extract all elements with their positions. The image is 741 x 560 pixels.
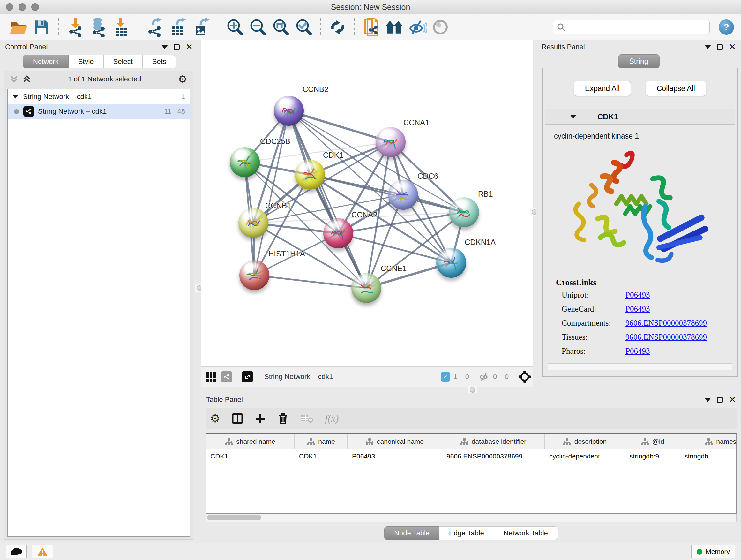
network-node-cdc25b[interactable] bbox=[230, 147, 260, 177]
network-node-rb1[interactable] bbox=[449, 197, 479, 227]
import-table-from-file-button[interactable] bbox=[112, 17, 131, 37]
table-options-gear-icon[interactable]: ⚙ bbox=[210, 413, 220, 424]
float-panel-icon[interactable] bbox=[717, 44, 723, 50]
panel-menu-icon[interactable] bbox=[161, 45, 168, 49]
search-input[interactable] bbox=[568, 23, 705, 31]
tab-string[interactable]: String bbox=[618, 54, 659, 68]
crosslink-link[interactable]: 9606.ENSP00000378699 bbox=[625, 333, 707, 341]
network-canvas[interactable]: CCNB2 CCNA1 CDC25B CDK1 CDC6 RB1 CCNB1 bbox=[201, 40, 536, 366]
tab-network[interactable]: Network bbox=[23, 55, 69, 68]
network-options-gear-icon[interactable]: ⚙ bbox=[178, 74, 187, 84]
network-node-ccnb1[interactable] bbox=[239, 208, 268, 238]
add-column-icon[interactable] bbox=[255, 413, 266, 424]
toolbar-separator bbox=[354, 18, 355, 37]
float-panel-icon[interactable] bbox=[717, 397, 723, 403]
selected-checkbox-icon[interactable]: ✓ bbox=[441, 372, 450, 381]
import-network-from-database-button[interactable] bbox=[89, 17, 108, 37]
string-view-icon[interactable] bbox=[221, 371, 232, 382]
column-header[interactable]: canonical name bbox=[347, 434, 442, 449]
table-cell[interactable]: 9606.ENSP00000378699 bbox=[442, 452, 545, 460]
detach-view-icon[interactable] bbox=[242, 371, 253, 382]
table-row[interactable]: CDK1CDK1P064939606.ENSP00000378699cyclin… bbox=[206, 449, 736, 463]
table-cell[interactable]: CDK1 bbox=[294, 452, 347, 460]
network-node-cdkn1a[interactable] bbox=[436, 248, 466, 278]
node-label-cdk1: CDK1 bbox=[323, 151, 343, 160]
results-scrollbar[interactable] bbox=[548, 363, 732, 370]
search-field[interactable] bbox=[553, 20, 710, 35]
network-node-cdc6[interactable] bbox=[388, 180, 418, 210]
show-columns-icon[interactable] bbox=[232, 413, 243, 424]
open-session-button[interactable] bbox=[9, 17, 28, 37]
left-splitter[interactable] bbox=[198, 40, 201, 543]
warnings-button[interactable] bbox=[32, 545, 53, 558]
column-header[interactable]: shared name bbox=[206, 434, 294, 449]
panel-menu-icon[interactable] bbox=[704, 45, 711, 49]
zoom-selected-button[interactable] bbox=[294, 17, 313, 37]
column-header-icon bbox=[641, 438, 649, 445]
column-header-icon bbox=[460, 438, 468, 445]
tab-node-table[interactable]: Node Table bbox=[384, 526, 440, 540]
crosslink-link[interactable]: 9606.ENSP00000378699 bbox=[625, 319, 707, 327]
tab-edge-table[interactable]: Edge Table bbox=[440, 526, 494, 540]
export-image-button[interactable] bbox=[192, 17, 210, 37]
table-cell[interactable]: stringdb bbox=[680, 452, 737, 460]
crosslink-link[interactable]: P06493 bbox=[625, 291, 650, 300]
crosslink-link[interactable]: P06493 bbox=[625, 347, 650, 356]
share-document-button[interactable] bbox=[362, 17, 381, 37]
delete-column-icon[interactable] bbox=[278, 413, 288, 425]
zoom-fit-button[interactable] bbox=[272, 17, 290, 37]
network-node-ccna2[interactable] bbox=[323, 219, 353, 248]
column-header[interactable]: name bbox=[294, 434, 347, 449]
tab-sets[interactable]: Sets bbox=[143, 55, 176, 68]
network-row-selected[interactable]: String Network – cdk1 11 48 bbox=[8, 104, 190, 119]
export-table-button[interactable] bbox=[169, 17, 187, 37]
float-panel-icon[interactable] bbox=[174, 44, 180, 50]
close-panel-icon[interactable]: ✕ bbox=[729, 395, 736, 404]
table-cell[interactable]: P06493 bbox=[347, 452, 442, 460]
grid-view-icon[interactable] bbox=[205, 371, 216, 382]
network-node-ccne1[interactable] bbox=[351, 273, 381, 303]
zoom-out-button[interactable] bbox=[249, 17, 267, 37]
column-header[interactable]: description bbox=[545, 434, 625, 449]
network-node-hist1h1a[interactable] bbox=[239, 260, 269, 290]
collapse-all-icon[interactable] bbox=[10, 75, 18, 83]
expand-all-icon[interactable] bbox=[23, 75, 31, 83]
refresh-button[interactable] bbox=[328, 17, 347, 37]
tab-network-table[interactable]: Network Table bbox=[494, 526, 558, 540]
column-header[interactable]: database identifier bbox=[442, 434, 545, 449]
network-collection-row[interactable]: String Network – cdk1 1 bbox=[8, 89, 190, 104]
save-session-button[interactable] bbox=[32, 17, 51, 37]
hidden-eye-icon bbox=[478, 372, 490, 381]
column-header[interactable]: namespace bbox=[680, 434, 737, 449]
tab-select[interactable]: Select bbox=[104, 55, 143, 68]
network-node-cdk1[interactable] bbox=[295, 160, 325, 190]
table-cell[interactable]: cyclin-dependent ... bbox=[545, 452, 625, 460]
cloud-status-button[interactable] bbox=[6, 545, 27, 558]
hide-graphics-details-button[interactable] bbox=[408, 17, 427, 37]
expand-all-button[interactable]: Expand All bbox=[574, 81, 631, 96]
table-horizontal-scrollbar[interactable] bbox=[205, 514, 737, 522]
close-panel-icon[interactable]: ✕ bbox=[729, 43, 736, 51]
home-button[interactable] bbox=[385, 17, 404, 37]
close-panel-icon[interactable]: ✕ bbox=[185, 43, 193, 51]
table-cell[interactable]: stringdb:9... bbox=[625, 452, 680, 460]
collapse-all-button[interactable]: Collapse All bbox=[646, 81, 706, 96]
show-graphics-details-button[interactable] bbox=[431, 17, 450, 37]
network-node-ccna1[interactable] bbox=[376, 127, 406, 157]
collection-expander-icon[interactable] bbox=[13, 95, 18, 98]
help-button[interactable]: ? bbox=[719, 19, 734, 35]
entry-header[interactable]: CDK1 bbox=[545, 109, 735, 125]
export-network-button[interactable] bbox=[146, 17, 164, 37]
panel-menu-icon[interactable] bbox=[704, 398, 711, 402]
entry-expander-icon[interactable] bbox=[570, 115, 576, 119]
crosslink-link[interactable]: P06493 bbox=[625, 305, 650, 314]
table-cell[interactable]: CDK1 bbox=[206, 452, 294, 460]
import-network-from-file-button[interactable] bbox=[66, 17, 84, 37]
network-node-ccnb2[interactable] bbox=[274, 96, 304, 126]
tab-style[interactable]: Style bbox=[69, 55, 104, 68]
birdseye-toggle-icon[interactable] bbox=[518, 370, 531, 383]
right-splitter[interactable] bbox=[533, 40, 536, 387]
zoom-in-button[interactable] bbox=[226, 17, 244, 37]
column-header[interactable]: @id bbox=[625, 434, 680, 449]
memory-button[interactable]: Memory bbox=[691, 545, 735, 558]
